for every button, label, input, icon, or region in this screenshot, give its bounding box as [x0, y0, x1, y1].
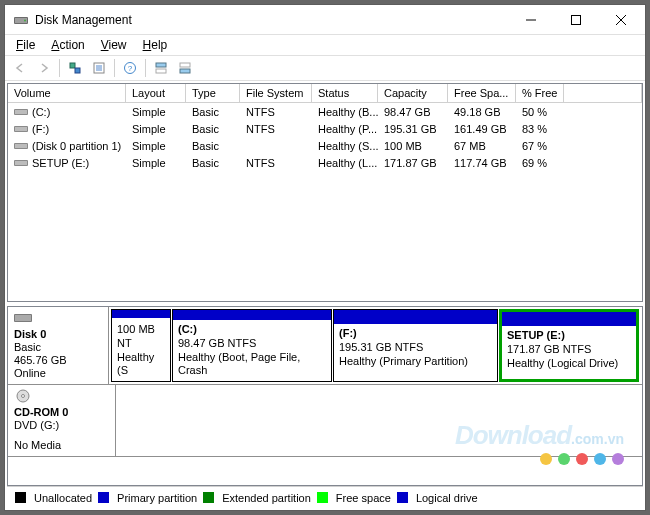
volume-fs: NTFS — [240, 105, 312, 119]
partition-status: Healthy (Primary Partition) — [339, 355, 492, 369]
volume-row[interactable]: SETUP (E:)SimpleBasicNTFSHealthy (L...17… — [8, 154, 642, 171]
col-free[interactable]: Free Spa... — [448, 84, 516, 102]
volume-capacity: 171.87 GB — [378, 156, 448, 170]
volume-row[interactable]: (F:)SimpleBasicNTFSHealthy (P...195.31 G… — [8, 120, 642, 137]
svg-point-2 — [24, 19, 26, 21]
partition-size: 171.87 GB NTFS — [507, 343, 631, 357]
volume-pct: 50 % — [516, 105, 564, 119]
partition[interactable]: 100 MB NTHealthy (S — [111, 309, 171, 382]
minimize-button[interactable] — [508, 5, 553, 34]
volume-list[interactable]: Volume Layout Type File System Status Ca… — [7, 83, 643, 302]
col-type[interactable]: Type — [186, 84, 240, 102]
drive-icon — [14, 123, 28, 134]
cdrom-partitions — [116, 385, 642, 456]
volume-status: Healthy (P... — [312, 122, 378, 136]
view-top-button[interactable] — [150, 57, 172, 79]
partition-color-bar — [502, 312, 636, 326]
svg-point-30 — [22, 395, 25, 398]
col-pctfree[interactable]: % Free — [516, 84, 564, 102]
partition[interactable]: (F:)195.31 GB NTFSHealthy (Primary Parti… — [333, 309, 498, 382]
svg-rect-28 — [15, 315, 31, 321]
col-status[interactable]: Status — [312, 84, 378, 102]
svg-rect-8 — [75, 68, 80, 73]
disk-row-disk0[interactable]: Disk 0 Basic 465.76 GB Online 100 MB NTH… — [8, 307, 642, 385]
svg-text:?: ? — [128, 64, 133, 73]
partition-status: Healthy (Boot, Page File, Crash — [178, 351, 326, 379]
col-filesystem[interactable]: File System — [240, 84, 312, 102]
legend-unallocated: Unallocated — [34, 492, 92, 504]
col-capacity[interactable]: Capacity — [378, 84, 448, 102]
menu-view[interactable]: View — [94, 36, 134, 54]
col-volume[interactable]: Volume — [8, 84, 126, 102]
svg-rect-26 — [15, 161, 27, 165]
window-title: Disk Management — [35, 13, 508, 27]
volume-status: Healthy (B... — [312, 105, 378, 119]
volume-name: (C:) — [32, 106, 50, 118]
svg-rect-7 — [70, 63, 75, 68]
volume-layout: Simple — [126, 139, 186, 153]
svg-rect-18 — [180, 69, 190, 73]
drive-icon — [14, 106, 28, 117]
disk0-type: Basic — [14, 341, 102, 353]
svg-rect-16 — [156, 69, 166, 73]
legend-swatch-free — [317, 492, 328, 503]
properties-button[interactable] — [88, 57, 110, 79]
cdrom-label[interactable]: CD-ROM 0 DVD (G:) No Media — [8, 385, 116, 456]
disk0-label[interactable]: Disk 0 Basic 465.76 GB Online — [8, 307, 109, 384]
menu-action[interactable]: Action — [44, 36, 91, 54]
menubar: File Action View Help — [5, 35, 645, 55]
refresh-button[interactable] — [64, 57, 86, 79]
svg-rect-4 — [571, 15, 580, 24]
legend-swatch-unallocated — [15, 492, 26, 503]
volume-row[interactable]: (Disk 0 partition 1)SimpleBasicHealthy (… — [8, 137, 642, 154]
volume-layout: Simple — [126, 122, 186, 136]
legend-logical: Logical drive — [416, 492, 478, 504]
disk0-name: Disk 0 — [14, 328, 102, 340]
legend-swatch-logical — [397, 492, 408, 503]
disk0-status: Online — [14, 367, 102, 379]
volume-name: SETUP (E:) — [32, 157, 89, 169]
volume-free: 67 MB — [448, 139, 516, 153]
close-button[interactable] — [598, 5, 643, 34]
partition-title: SETUP (E:) — [507, 329, 631, 343]
menu-file[interactable]: File — [9, 36, 42, 54]
svg-rect-20 — [15, 110, 27, 114]
help-button[interactable]: ? — [119, 57, 141, 79]
volume-name: (Disk 0 partition 1) — [32, 140, 121, 152]
volume-free: 117.74 GB — [448, 156, 516, 170]
titlebar[interactable]: Disk Management — [5, 5, 645, 35]
drive-icon — [14, 157, 28, 168]
partition-title: (C:) — [178, 323, 326, 337]
volume-row[interactable]: (C:)SimpleBasicNTFSHealthy (B...98.47 GB… — [8, 103, 642, 120]
partition-color-bar — [173, 310, 331, 320]
menu-help[interactable]: Help — [136, 36, 175, 54]
partition[interactable]: (C:)98.47 GB NTFSHealthy (Boot, Page Fil… — [172, 309, 332, 382]
legend: Unallocated Primary partition Extended p… — [7, 486, 643, 508]
drive-icon — [14, 140, 28, 151]
partition-size: 195.31 GB NTFS — [339, 341, 492, 355]
view-bottom-button[interactable] — [174, 57, 196, 79]
legend-swatch-extended — [203, 492, 214, 503]
maximize-button[interactable] — [553, 5, 598, 34]
partition-status: Healthy (Logical Drive) — [507, 357, 631, 371]
disk-icon — [14, 311, 32, 325]
volume-fs: NTFS — [240, 122, 312, 136]
disk-graphical-view[interactable]: Disk 0 Basic 465.76 GB Online 100 MB NTH… — [7, 306, 643, 486]
volume-free: 161.49 GB — [448, 122, 516, 136]
partition-size: 98.47 GB NTFS — [178, 337, 326, 351]
col-layout[interactable]: Layout — [126, 84, 186, 102]
disk-row-cdrom[interactable]: CD-ROM 0 DVD (G:) No Media — [8, 385, 642, 457]
col-spacer — [564, 84, 642, 102]
cdrom-type: DVD (G:) — [14, 419, 109, 431]
disk0-partitions: 100 MB NTHealthy (S(C:)98.47 GB NTFSHeal… — [109, 307, 642, 384]
volume-capacity: 100 MB — [378, 139, 448, 153]
volume-status: Healthy (S... — [312, 139, 378, 153]
partition-status: Healthy (S — [117, 351, 165, 379]
partition-size: 100 MB NT — [117, 323, 165, 351]
cdrom-icon — [14, 389, 32, 403]
toolbar-separator — [145, 59, 146, 77]
partition[interactable]: SETUP (E:)171.87 GB NTFSHealthy (Logical… — [499, 309, 639, 382]
volume-type: Basic — [186, 156, 240, 170]
legend-swatch-primary — [98, 492, 109, 503]
volume-pct: 83 % — [516, 122, 564, 136]
